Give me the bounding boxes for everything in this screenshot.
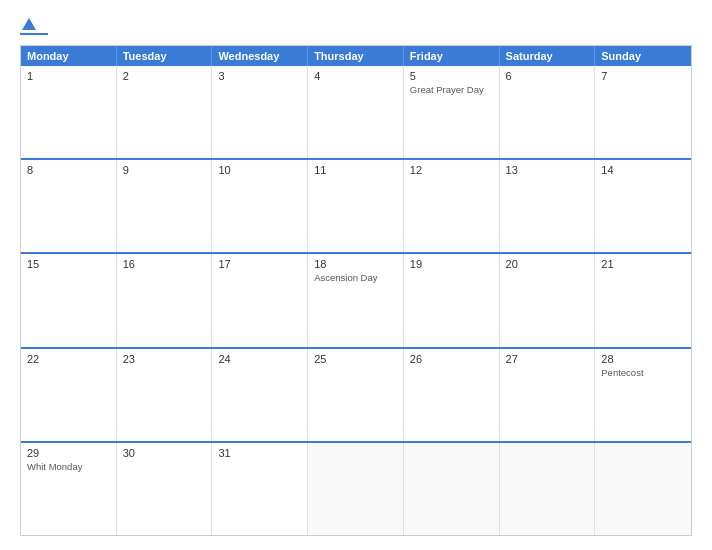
cal-cell: 8	[21, 160, 117, 252]
weekday-header-wednesday: Wednesday	[212, 46, 308, 66]
day-number: 15	[27, 258, 110, 270]
day-number: 20	[506, 258, 589, 270]
day-number: 17	[218, 258, 301, 270]
day-number: 19	[410, 258, 493, 270]
event-label: Great Prayer Day	[410, 84, 493, 96]
cal-cell: 15	[21, 254, 117, 346]
cal-cell: 6	[500, 66, 596, 158]
day-number: 16	[123, 258, 206, 270]
cal-cell: 21	[595, 254, 691, 346]
weekday-header-friday: Friday	[404, 46, 500, 66]
day-number: 6	[506, 70, 589, 82]
event-label: Whit Monday	[27, 461, 110, 473]
weekday-header-saturday: Saturday	[500, 46, 596, 66]
cal-cell: 5Great Prayer Day	[404, 66, 500, 158]
day-number: 8	[27, 164, 110, 176]
day-number: 23	[123, 353, 206, 365]
day-number: 11	[314, 164, 397, 176]
day-number: 22	[27, 353, 110, 365]
day-number: 5	[410, 70, 493, 82]
cal-cell: 26	[404, 349, 500, 441]
day-number: 13	[506, 164, 589, 176]
week-row-5: 29Whit Monday3031	[21, 441, 691, 535]
cal-cell: 27	[500, 349, 596, 441]
header	[20, 18, 692, 35]
cal-cell: 24	[212, 349, 308, 441]
event-label: Pentecost	[601, 367, 685, 379]
day-number: 31	[218, 447, 301, 459]
cal-cell: 12	[404, 160, 500, 252]
day-number: 26	[410, 353, 493, 365]
cal-cell: 16	[117, 254, 213, 346]
cal-cell: 31	[212, 443, 308, 535]
weekday-header-sunday: Sunday	[595, 46, 691, 66]
calendar-grid: MondayTuesdayWednesdayThursdayFridaySatu…	[20, 45, 692, 536]
cal-cell: 1	[21, 66, 117, 158]
cal-cell: 25	[308, 349, 404, 441]
cal-cell: 30	[117, 443, 213, 535]
cal-cell: 19	[404, 254, 500, 346]
cal-cell: 13	[500, 160, 596, 252]
week-row-1: 12345Great Prayer Day67	[21, 66, 691, 158]
cal-cell	[308, 443, 404, 535]
day-number: 24	[218, 353, 301, 365]
day-number: 12	[410, 164, 493, 176]
weekday-header-row: MondayTuesdayWednesdayThursdayFridaySatu…	[21, 46, 691, 66]
week-row-2: 891011121314	[21, 158, 691, 252]
day-number: 27	[506, 353, 589, 365]
cal-cell: 2	[117, 66, 213, 158]
cal-cell: 23	[117, 349, 213, 441]
calendar-page: MondayTuesdayWednesdayThursdayFridaySatu…	[0, 0, 712, 550]
cal-cell: 17	[212, 254, 308, 346]
day-number: 4	[314, 70, 397, 82]
cal-cell	[404, 443, 500, 535]
logo-line-icon	[20, 33, 48, 35]
week-row-3: 15161718Ascension Day192021	[21, 252, 691, 346]
cal-cell: 9	[117, 160, 213, 252]
event-label: Ascension Day	[314, 272, 397, 284]
cal-cell: 28Pentecost	[595, 349, 691, 441]
day-number: 21	[601, 258, 685, 270]
cal-cell: 7	[595, 66, 691, 158]
day-number: 7	[601, 70, 685, 82]
cal-cell: 11	[308, 160, 404, 252]
day-number: 14	[601, 164, 685, 176]
calendar-body: 12345Great Prayer Day6789101112131415161…	[21, 66, 691, 535]
day-number: 3	[218, 70, 301, 82]
cal-cell: 14	[595, 160, 691, 252]
weekday-header-monday: Monday	[21, 46, 117, 66]
week-row-4: 22232425262728Pentecost	[21, 347, 691, 441]
cal-cell: 18Ascension Day	[308, 254, 404, 346]
weekday-header-tuesday: Tuesday	[117, 46, 213, 66]
cal-cell	[500, 443, 596, 535]
cal-cell: 29Whit Monday	[21, 443, 117, 535]
cal-cell	[595, 443, 691, 535]
day-number: 30	[123, 447, 206, 459]
cal-cell: 10	[212, 160, 308, 252]
cal-cell: 22	[21, 349, 117, 441]
day-number: 2	[123, 70, 206, 82]
logo	[20, 18, 50, 35]
day-number: 29	[27, 447, 110, 459]
cal-cell: 20	[500, 254, 596, 346]
day-number: 9	[123, 164, 206, 176]
day-number: 1	[27, 70, 110, 82]
day-number: 28	[601, 353, 685, 365]
day-number: 10	[218, 164, 301, 176]
cal-cell: 4	[308, 66, 404, 158]
logo-triangle-icon	[22, 18, 36, 30]
weekday-header-thursday: Thursday	[308, 46, 404, 66]
day-number: 18	[314, 258, 397, 270]
cal-cell: 3	[212, 66, 308, 158]
day-number: 25	[314, 353, 397, 365]
